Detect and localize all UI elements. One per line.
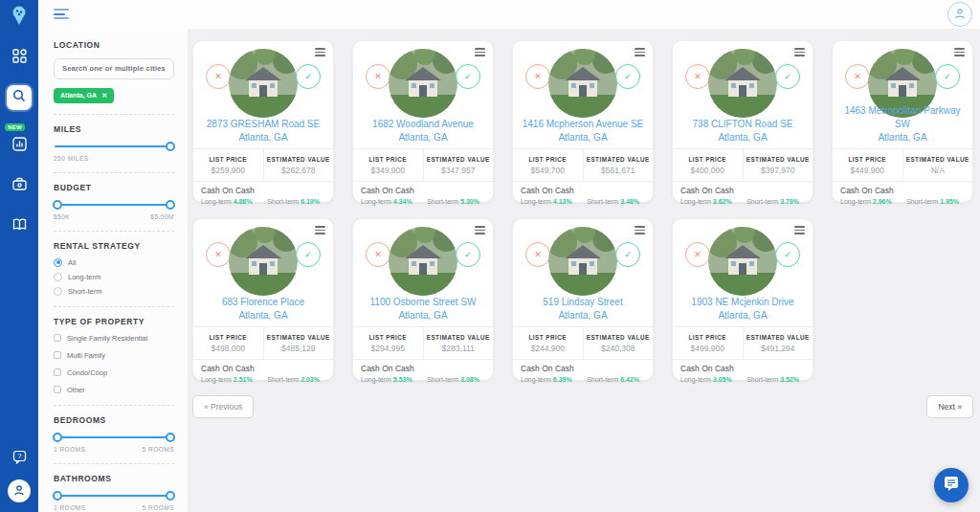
property-photo[interactable]	[389, 49, 457, 118]
chat-launcher-button[interactable]	[934, 468, 969, 502]
app-logo[interactable]	[7, 5, 32, 30]
radio-option-all[interactable]: All	[54, 258, 174, 267]
radio-icon[interactable]	[54, 287, 62, 296]
slider-handle-max[interactable]	[166, 200, 175, 210]
accept-property-button[interactable]: ✓	[456, 242, 480, 267]
slider-handle-max[interactable]	[166, 433, 175, 442]
slider-handle-min[interactable]	[53, 433, 62, 442]
accept-property-button[interactable]: ✓	[615, 242, 640, 267]
slider-handle[interactable]	[166, 142, 175, 151]
property-address-link[interactable]: 1682 Woodland Avenue Atlanta, GA	[357, 118, 489, 145]
card-menu-icon[interactable]	[635, 48, 645, 58]
reject-property-button[interactable]: ✕	[525, 242, 550, 267]
next-page-button[interactable]: Next »	[926, 395, 973, 418]
address-line: 1463 Metropolitan Parkway SW	[836, 104, 969, 131]
slider-handle-min[interactable]	[53, 491, 62, 501]
property-address-link[interactable]: 683 Florence Place Atlanta, GA	[197, 296, 329, 323]
radio-option-short-term[interactable]: Short-term	[54, 287, 174, 296]
checkbox-icon[interactable]	[54, 368, 61, 376]
radio-option-long-term[interactable]: Long-term	[54, 273, 174, 281]
card-menu-icon[interactable]	[475, 48, 485, 58]
property-address-link[interactable]: 1463 Metropolitan Parkway SW Atlanta, GA	[836, 104, 969, 145]
sidebar-item-portfolio[interactable]	[7, 173, 32, 198]
property-photo[interactable]	[708, 227, 777, 296]
property-photo[interactable]	[548, 227, 617, 296]
menu-toggle-button[interactable]	[54, 9, 69, 22]
accept-property-button[interactable]: ✓	[775, 64, 800, 89]
slider-track[interactable]	[55, 495, 173, 498]
property-address-link[interactable]: 738 CLIFTON Road SE Atlanta, GA	[677, 118, 809, 145]
accept-property-button[interactable]: ✓	[935, 64, 960, 89]
bedrooms-slider[interactable]	[55, 433, 173, 442]
user-avatar-button[interactable]	[8, 479, 31, 502]
portfolio-briefcase-icon	[12, 177, 27, 194]
card-menu-icon[interactable]	[794, 48, 805, 58]
sidebar-item-analytics[interactable]	[7, 133, 32, 158]
help-button[interactable]: ?	[12, 450, 27, 468]
property-photo[interactable]	[229, 49, 298, 118]
radio-icon[interactable]	[54, 273, 62, 281]
checkbox-single-family[interactable]: Single Family Residential	[54, 334, 174, 343]
address-city: Atlanta, GA	[836, 131, 969, 145]
slider-track[interactable]	[55, 145, 173, 148]
remove-tag-icon[interactable]: ✕	[101, 92, 107, 100]
property-photo[interactable]	[708, 49, 777, 118]
cash-on-cash-section: Cash On Cash Long-term 4.13% Short-term …	[513, 181, 653, 205]
reject-property-button[interactable]: ✕	[206, 64, 231, 89]
checkbox-other[interactable]: Other	[54, 386, 174, 394]
account-button[interactable]	[947, 2, 972, 27]
previous-page-button[interactable]: « Previous	[192, 395, 254, 418]
property-address-link[interactable]: 1100 Osborne Street SW Atlanta, GA	[357, 296, 489, 323]
accept-property-button[interactable]: ✓	[296, 242, 321, 267]
accept-property-button[interactable]: ✓	[775, 242, 800, 267]
bathrooms-slider[interactable]	[55, 491, 173, 501]
dashboard-grid-icon	[12, 49, 27, 67]
checkbox-icon[interactable]	[54, 351, 61, 359]
slider-track[interactable]	[55, 204, 173, 207]
miles-slider[interactable]	[55, 142, 173, 151]
address-line: 1100 Osborne Street SW	[357, 296, 489, 309]
accept-property-button[interactable]: ✓	[296, 64, 321, 89]
card-menu-icon[interactable]	[475, 226, 485, 236]
property-address-link[interactable]: 2873 GRESHAM Road SE Atlanta, GA	[197, 118, 329, 145]
short-term-value: 6.19%	[301, 198, 320, 205]
property-address-link[interactable]: 519 Lindsay Street Atlanta, GA	[517, 296, 649, 323]
property-address-link[interactable]: 1416 Mcpherson Avenue SE Atlanta, GA	[517, 118, 649, 145]
card-menu-icon[interactable]	[794, 226, 805, 236]
sidebar-item-academy[interactable]	[7, 213, 32, 238]
reject-property-button[interactable]: ✕	[366, 242, 390, 267]
reject-property-button[interactable]: ✕	[685, 64, 710, 89]
card-menu-icon[interactable]	[315, 48, 325, 58]
property-photo[interactable]	[389, 227, 457, 296]
results-area: ✕ ✓ 2873 GRESHAM Road SE Atla	[188, 29, 980, 512]
sidebar-item-search[interactable]: NEW	[7, 85, 32, 110]
budget-slider[interactable]	[55, 200, 173, 210]
card-menu-icon[interactable]	[635, 226, 645, 236]
reject-property-button[interactable]: ✕	[206, 242, 231, 267]
city-search-input[interactable]	[54, 58, 174, 79]
property-photo[interactable]	[548, 49, 617, 118]
property-photo[interactable]	[229, 227, 298, 296]
divider	[54, 172, 174, 173]
radio-icon[interactable]	[54, 258, 62, 267]
checkbox-multi-family[interactable]: Multi Family	[54, 351, 174, 360]
checkbox-icon[interactable]	[54, 386, 61, 393]
card-menu-icon[interactable]	[315, 226, 325, 236]
accept-property-button[interactable]: ✓	[615, 64, 640, 89]
sidebar-item-dashboard[interactable]	[7, 45, 32, 70]
slider-handle-min[interactable]	[53, 200, 62, 210]
reject-property-button[interactable]: ✕	[366, 64, 390, 89]
slider-track[interactable]	[55, 436, 173, 439]
estimated-value-value: $561,671	[601, 166, 635, 175]
list-price-value: $349,900	[371, 166, 405, 175]
property-address-link[interactable]: 1903 NE Mcjenkin Drive Atlanta, GA	[677, 296, 809, 323]
reject-property-button[interactable]: ✕	[525, 64, 550, 89]
slider-handle-max[interactable]	[166, 491, 175, 501]
accept-property-button[interactable]: ✓	[456, 64, 480, 89]
reject-property-button[interactable]: ✕	[845, 64, 870, 89]
checkbox-condo-coop[interactable]: Condo/Coop	[54, 368, 174, 377]
reject-property-button[interactable]: ✕	[685, 242, 710, 267]
checkbox-icon[interactable]	[54, 334, 61, 342]
card-menu-icon[interactable]	[954, 48, 965, 58]
price-info-row: LIST PRICE $498,000 ESTIMATED VALUE $485…	[193, 326, 333, 359]
